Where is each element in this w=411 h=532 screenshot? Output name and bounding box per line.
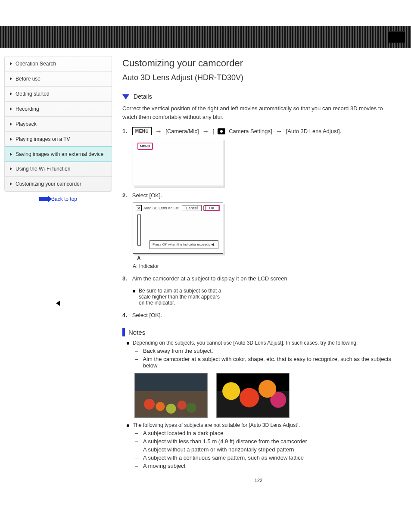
lcd-screenshot-menu: MENU bbox=[133, 139, 223, 186]
dash-list-2: –A subject located in a dark place –A su… bbox=[134, 430, 395, 469]
sidebar-item-playback[interactable]: Playback bbox=[5, 117, 112, 132]
arrow-right-icon: → bbox=[276, 128, 283, 135]
caret-right-icon bbox=[10, 77, 12, 81]
sidebar-item-label: Getting started bbox=[16, 91, 50, 97]
step-number: 4. bbox=[122, 312, 127, 318]
lcd-screenshot-adjust: ✕ Auto 3D Lens Adjust Cancel OK Press OK… bbox=[133, 202, 223, 254]
sidebar-item-recording[interactable]: Recording bbox=[5, 102, 112, 117]
sidebar-item-label: Before use bbox=[16, 76, 40, 82]
bullet-icon bbox=[127, 424, 129, 427]
sidebar-item-playing-on-tv[interactable]: Playing images on a TV bbox=[5, 132, 112, 147]
list-item: –A subject located in a dark place bbox=[134, 430, 395, 436]
notes-heading-row: Notes bbox=[122, 328, 395, 336]
step-1: 1. MENU → [Camera/Mic] → [ Camera Settin… bbox=[122, 127, 395, 186]
bullet-icon bbox=[133, 290, 135, 292]
page-subtitle: Auto 3D Lens Adjust (HDR-TD30V) bbox=[122, 73, 395, 82]
main-content: Customizing your camcorder Auto 3D Lens … bbox=[122, 56, 407, 489]
step3-subnote-row: Be sure to aim at a subject so that a sc… bbox=[133, 288, 395, 306]
cancel-button-graphic: Cancel bbox=[182, 205, 202, 211]
dash-list-1: –Back away from the subject. –Aim the ca… bbox=[134, 348, 395, 369]
sidebar-item-label: Playing images on a TV bbox=[16, 136, 70, 142]
sample-photo-flowers bbox=[216, 373, 290, 418]
camera-icon bbox=[218, 128, 225, 134]
caret-right-icon bbox=[10, 92, 12, 96]
step-number: 2. bbox=[122, 192, 127, 199]
step-number: 3. bbox=[122, 275, 127, 282]
arrow-right-icon: → bbox=[202, 128, 209, 135]
sidebar-item-label: Saving images with an external device bbox=[16, 151, 103, 157]
step-4: 4. Select [OK]. bbox=[122, 312, 395, 318]
step1-seg1: [Camera/Mic] bbox=[165, 128, 199, 134]
sidebar-item-saving-external[interactable]: Saving images with an external device bbox=[4, 146, 112, 162]
header-band bbox=[0, 26, 411, 48]
step-number: 1. bbox=[122, 128, 127, 134]
callout-a-letter: A bbox=[137, 255, 395, 261]
arrow-right-icon bbox=[39, 197, 49, 201]
dialog-title: Auto 3D Lens Adjust bbox=[143, 206, 180, 210]
sidebar-item-operation-search[interactable]: Operation Search bbox=[5, 56, 112, 72]
list-item: –A subject with less than 1.5 m (4.9 ft)… bbox=[134, 438, 395, 445]
close-icon: ✕ bbox=[136, 205, 142, 211]
step-2: 2. Select [OK]. ✕ Auto 3D Lens Adjust Ca… bbox=[122, 192, 395, 269]
sidebar-item-label: Using the Wi-Fi function bbox=[16, 166, 70, 172]
list-item: –A subject without a pattern or with hor… bbox=[134, 446, 395, 453]
callout-a-legend: A: Indicator bbox=[133, 263, 395, 269]
step4-text: Select [OK]. bbox=[132, 312, 162, 318]
dialog-message: Press OK when the indicator exceeds ◀. bbox=[149, 240, 218, 249]
back-to-top-link[interactable]: Back to top bbox=[4, 192, 112, 202]
caret-right-icon bbox=[10, 137, 12, 141]
step-3: 3. Aim the camcorder at a subject to dis… bbox=[122, 275, 395, 306]
heading-bar-icon bbox=[122, 328, 125, 336]
sidebar-item-getting-started[interactable]: Getting started bbox=[5, 87, 112, 102]
sidebar-item-label: Operation Search bbox=[16, 61, 56, 67]
sample-photo-market bbox=[134, 373, 208, 418]
list-item: –A subject with a continuous same patter… bbox=[134, 454, 395, 461]
page-number: 122 bbox=[122, 478, 395, 483]
example-images bbox=[134, 373, 395, 418]
page-title: Customizing your camcorder bbox=[122, 58, 395, 69]
arrow-right-icon: → bbox=[155, 128, 162, 135]
details-label: Details bbox=[134, 93, 152, 100]
note-intro-1: Depending on the subjects, you cannot us… bbox=[133, 340, 358, 346]
sidebar-item-before-use[interactable]: Before use bbox=[5, 72, 112, 87]
sidebar-item-wifi[interactable]: Using the Wi-Fi function bbox=[5, 162, 112, 177]
step1-seg3: Camera Settings] bbox=[229, 128, 272, 134]
details-toggle[interactable]: Details bbox=[122, 93, 395, 100]
indicator-scale bbox=[137, 215, 141, 246]
sidebar: Operation Search Before use Getting star… bbox=[4, 56, 112, 489]
note-intro-2: The following types of subjects are not … bbox=[133, 422, 300, 428]
caret-right-icon bbox=[10, 167, 12, 171]
notes-heading: Notes bbox=[128, 329, 145, 336]
bullet-icon bbox=[127, 342, 129, 345]
sidebar-item-label: Recording bbox=[16, 106, 39, 112]
caret-right-icon bbox=[10, 152, 12, 156]
caret-right-icon bbox=[10, 182, 12, 186]
ok-button-highlight: OK bbox=[203, 205, 220, 211]
step3-note: Be sure to aim at a subject so that a sc… bbox=[139, 288, 226, 306]
menu-icon: MENU bbox=[132, 127, 152, 135]
header-corner-box bbox=[388, 31, 406, 43]
back-to-top-label: Back to top bbox=[51, 196, 77, 202]
intro-para: Correct the vertical position of the rig… bbox=[122, 104, 395, 121]
list-item: –A moving subject bbox=[134, 463, 395, 469]
step1-seg2: [ bbox=[213, 128, 215, 134]
step2-text: Select [OK]. bbox=[132, 192, 162, 199]
menu-button-highlight: MENU bbox=[137, 143, 153, 150]
triangle-left-icon bbox=[56, 301, 60, 306]
sidebar-nav: Operation Search Before use Getting star… bbox=[4, 56, 112, 192]
step1-seg4: [Auto 3D Lens Adjust]. bbox=[286, 128, 342, 134]
step3-text: Aim the camcorder at a subject to displa… bbox=[132, 275, 289, 282]
triangle-down-icon bbox=[122, 94, 129, 100]
caret-right-icon bbox=[10, 107, 12, 111]
sidebar-item-customizing[interactable]: Customizing your camcorder bbox=[5, 177, 112, 191]
caret-right-icon bbox=[10, 122, 12, 126]
divider bbox=[122, 86, 395, 86]
sidebar-item-label: Customizing your camcorder bbox=[16, 181, 81, 187]
caret-right-icon bbox=[10, 62, 12, 65]
sidebar-item-label: Playback bbox=[16, 121, 37, 127]
list-item: –Back away from the subject. bbox=[134, 348, 395, 354]
ok-button-graphic: OK bbox=[205, 205, 218, 211]
list-item: –Aim the camcorder at a subject with col… bbox=[134, 356, 395, 369]
